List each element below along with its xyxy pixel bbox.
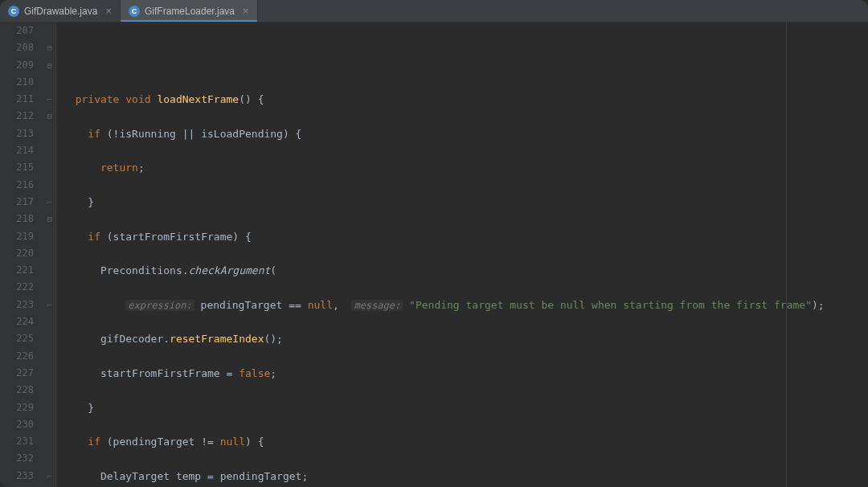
- code-line: if (pendingTarget != null) {: [63, 433, 868, 450]
- line-number: 230: [0, 416, 34, 433]
- fold-marker[interactable]: [43, 74, 55, 91]
- fold-marker[interactable]: [43, 348, 55, 365]
- code-line: return;: [63, 159, 868, 176]
- line-number: 219: [0, 228, 34, 245]
- line-number: 229: [0, 399, 34, 416]
- fold-marker[interactable]: [43, 177, 55, 194]
- line-number: 212: [0, 108, 34, 125]
- close-icon[interactable]: ×: [243, 5, 249, 17]
- fold-marker[interactable]: [43, 416, 55, 433]
- line-number: 232: [0, 450, 34, 467]
- code-line: startFromFirstFrame = false;: [63, 365, 868, 382]
- line-number: 226: [0, 348, 34, 365]
- code-line: }: [63, 399, 868, 416]
- fold-marker[interactable]: ⌐: [43, 194, 55, 211]
- code-line: Preconditions.checkArgument(: [63, 262, 868, 279]
- line-number: 216: [0, 177, 34, 194]
- line-number-gutter: 2072082092102112122132142152162172182192…: [0, 23, 43, 487]
- line-number: 209: [0, 57, 34, 74]
- code-line: DelayTarget temp = pendingTarget;: [63, 468, 868, 485]
- fold-marker[interactable]: [43, 313, 55, 330]
- code-line: [63, 57, 868, 74]
- java-class-icon: C: [8, 6, 19, 17]
- fold-marker[interactable]: [43, 262, 55, 279]
- line-number: 213: [0, 125, 34, 142]
- close-icon[interactable]: ×: [105, 5, 112, 17]
- line-number: 215: [0, 159, 34, 176]
- line-number: 220: [0, 245, 34, 262]
- tab-gifdrawable[interactable]: C GifDrawable.java ×: [0, 0, 121, 22]
- fold-marker[interactable]: [43, 399, 55, 416]
- fold-marker[interactable]: [43, 330, 55, 347]
- code-line: gifDecoder.resetFrameIndex();: [63, 330, 868, 347]
- line-number: 233: [0, 468, 34, 485]
- fold-gutter: ⊟⊟⌐⊟⌐⊟⌐⌐: [43, 23, 56, 487]
- line-number: 224: [0, 313, 34, 330]
- line-number: 218: [0, 211, 34, 227]
- line-number: 222: [0, 279, 34, 296]
- java-class-icon: C: [129, 6, 140, 17]
- code-line: private void loadNextFrame() {: [63, 91, 868, 108]
- tab-label: GifFrameLoader.java: [145, 6, 235, 17]
- line-number: 211: [0, 91, 34, 108]
- fold-marker[interactable]: ⊟: [43, 57, 55, 74]
- line-number: 207: [0, 23, 34, 39]
- fold-marker[interactable]: [43, 382, 55, 399]
- line-number: 225: [0, 330, 34, 347]
- code-line: }: [63, 194, 868, 211]
- line-number: 223: [0, 297, 34, 313]
- code-line: if (startFromFirstFrame) {: [63, 228, 868, 245]
- fold-marker[interactable]: [43, 228, 55, 245]
- line-number: 227: [0, 365, 34, 382]
- fold-marker[interactable]: [43, 450, 55, 467]
- line-number: 208: [0, 39, 34, 56]
- line-number: 214: [0, 142, 34, 159]
- fold-marker[interactable]: ⊟: [43, 39, 55, 56]
- fold-marker[interactable]: [43, 279, 55, 296]
- fold-marker[interactable]: ⌐: [43, 468, 55, 485]
- line-number: 210: [0, 74, 34, 91]
- code-editor[interactable]: 2072082092102112122132142152162172182192…: [0, 23, 868, 487]
- fold-marker[interactable]: ⊟: [43, 211, 55, 227]
- fold-marker[interactable]: ⌐: [43, 91, 55, 108]
- code-line: if (!isRunning || isLoadPending) {: [63, 125, 868, 142]
- line-number: 221: [0, 262, 34, 279]
- right-margin-guide: [786, 23, 787, 487]
- fold-marker[interactable]: [43, 433, 55, 450]
- fold-marker[interactable]: [43, 365, 55, 382]
- editor-tabs: C GifDrawable.java × C GifFrameLoader.ja…: [0, 0, 868, 23]
- fold-marker[interactable]: [43, 142, 55, 159]
- line-number: 231: [0, 433, 34, 450]
- fold-marker[interactable]: [43, 125, 55, 142]
- code-area[interactable]: private void loadNextFrame() { if (!isRu…: [56, 23, 868, 487]
- code-line: expression: pendingTarget == null, messa…: [63, 297, 868, 313]
- fold-marker[interactable]: [43, 159, 55, 176]
- fold-marker[interactable]: ⊟: [43, 108, 55, 125]
- line-number: 228: [0, 382, 34, 399]
- fold-marker[interactable]: [43, 23, 55, 39]
- fold-marker[interactable]: ⌐: [43, 297, 55, 313]
- fold-marker[interactable]: [43, 245, 55, 262]
- tab-label: GifDrawable.java: [24, 6, 97, 17]
- line-number: 217: [0, 194, 34, 211]
- tab-gifframeloader[interactable]: C GifFrameLoader.java ×: [121, 0, 258, 22]
